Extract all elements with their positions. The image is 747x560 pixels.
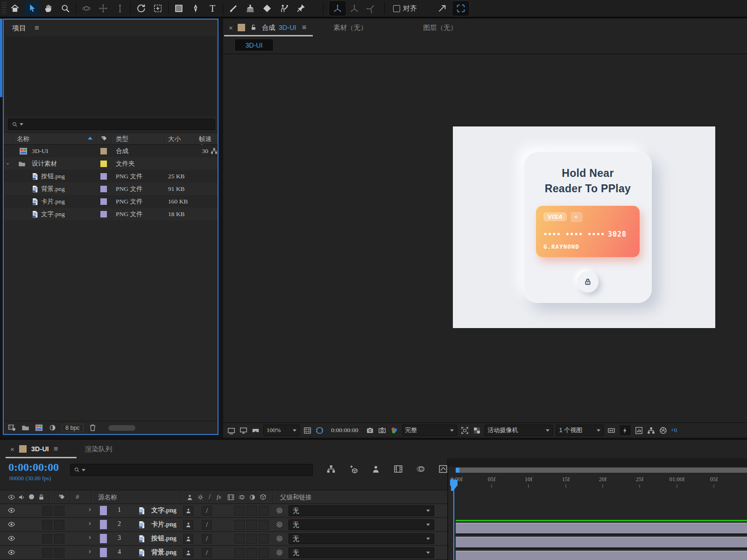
- pixel-aspect-correction-icon[interactable]: [607, 426, 616, 435]
- tab-label-color-swatch[interactable]: [238, 24, 245, 31]
- reset-exposure-icon[interactable]: [659, 426, 668, 435]
- graph-editor-icon[interactable]: [438, 464, 448, 474]
- parent-select[interactable]: 无: [289, 533, 434, 544]
- shy-switch-icon[interactable]: [186, 493, 194, 501]
- label-column-tag-icon[interactable]: [100, 135, 108, 142]
- region-of-interest-icon[interactable]: [460, 426, 469, 435]
- eye-icon[interactable]: [7, 534, 15, 542]
- align-checkbox[interactable]: [393, 5, 400, 12]
- eye-icon[interactable]: [7, 520, 15, 528]
- panel-menu-icon[interactable]: ≡: [35, 24, 39, 32]
- resolution-select[interactable]: 完整: [402, 425, 457, 436]
- camera-region-tool-button[interactable]: [149, 1, 166, 16]
- column-number[interactable]: #: [76, 493, 79, 500]
- column-type[interactable]: 类型: [116, 135, 128, 143]
- switch-box[interactable]: [42, 534, 52, 544]
- folder-expand-chevron-icon[interactable]: ›: [5, 162, 12, 164]
- layer-expand-chevron-icon[interactable]: ›: [89, 533, 91, 541]
- layer-label-swatch[interactable]: [100, 520, 107, 529]
- clone-stamp-tool-button[interactable]: [242, 1, 259, 16]
- search-options-caret-icon[interactable]: [20, 123, 23, 126]
- layer-duration-bar[interactable]: [456, 523, 747, 535]
- switch-box[interactable]: [54, 534, 64, 544]
- switch-box[interactable]: [42, 520, 52, 530]
- close-tab-icon[interactable]: ×: [10, 445, 14, 453]
- switch-box[interactable]: [247, 506, 257, 516]
- parent-pickwhip-icon[interactable]: ◎: [276, 506, 282, 514]
- label-color-swatch[interactable]: [100, 161, 107, 167]
- view-axis-mode-button[interactable]: [363, 1, 380, 16]
- label-color-swatch[interactable]: [100, 148, 107, 154]
- fit-view-button[interactable]: [452, 1, 469, 16]
- switch-box[interactable]: [259, 506, 269, 516]
- work-area-start-marker[interactable]: [451, 479, 454, 491]
- switch-box[interactable]: [259, 548, 269, 558]
- dolly-camera-tool-button[interactable]: [112, 1, 128, 16]
- frame-blend-switch-icon[interactable]: [227, 493, 235, 501]
- footage-tab[interactable]: 素材（无）: [333, 23, 367, 32]
- switch-box[interactable]: [259, 520, 269, 530]
- timeline-button-icon[interactable]: [634, 426, 643, 435]
- shy-switch[interactable]: [183, 506, 193, 516]
- viewer-timecode[interactable]: 0:00:00:00: [327, 425, 362, 436]
- mask-visibility-icon[interactable]: [315, 426, 324, 435]
- solo-icon[interactable]: [29, 494, 34, 499]
- quality-switch[interactable]: /: [202, 506, 212, 516]
- project-row-composition[interactable]: 3D-UI 合成 30: [4, 145, 218, 157]
- layer-label-swatch[interactable]: [100, 534, 107, 543]
- switch-box[interactable]: [247, 548, 257, 558]
- switch-box[interactable]: [42, 506, 52, 516]
- world-axis-mode-button[interactable]: [346, 1, 363, 16]
- render-queue-tab[interactable]: 渲染队列: [85, 445, 112, 454]
- pan-camera-tool-button[interactable]: [95, 1, 112, 16]
- orbit-camera-tool-button[interactable]: [78, 1, 95, 16]
- layer-name[interactable]: 按钮.png: [151, 534, 176, 543]
- magnification-select[interactable]: 100%: [263, 425, 300, 436]
- parent-pickwhip-icon[interactable]: ◎: [276, 548, 282, 556]
- layer-duration-bar[interactable]: [456, 537, 747, 549]
- show-snapshot-icon[interactable]: [378, 426, 387, 435]
- column-source-name[interactable]: 源名称: [98, 493, 117, 502]
- parent-select[interactable]: 无: [289, 505, 434, 516]
- quality-switch[interactable]: /: [202, 534, 212, 544]
- layer-name[interactable]: 背景.png: [151, 548, 176, 557]
- column-size[interactable]: 大小: [168, 135, 181, 143]
- switch-box[interactable]: [247, 520, 257, 530]
- toolbar-grip[interactable]: [2, 2, 7, 14]
- rotation-tool-button[interactable]: [133, 1, 149, 16]
- layer-expand-chevron-icon[interactable]: ›: [89, 505, 91, 513]
- sort-ascending-icon[interactable]: [88, 137, 92, 140]
- 3d-layer-cube-icon[interactable]: [259, 493, 267, 501]
- snapshot-camera-icon[interactable]: [366, 426, 374, 435]
- label-color-swatch[interactable]: [100, 186, 107, 192]
- panel-menu-icon[interactable]: ≡: [302, 23, 306, 32]
- transparency-grid-icon[interactable]: [472, 426, 481, 435]
- layer-expand-chevron-icon[interactable]: ›: [89, 519, 91, 527]
- trash-icon[interactable]: [88, 423, 97, 432]
- channel-rgb-icon[interactable]: [390, 426, 399, 435]
- layer-row[interactable]: › 1 文字.png / ◎ 无: [0, 504, 447, 518]
- project-row-footage[interactable]: 按钮.png PNG 文件 25 KB: [4, 170, 218, 182]
- safe-margins-grid-icon[interactable]: [303, 426, 312, 435]
- selection-tool-button[interactable]: [23, 1, 40, 16]
- hand-tool-button[interactable]: [40, 1, 57, 16]
- label-color-swatch[interactable]: [100, 198, 107, 205]
- home-tool-button[interactable]: [7, 1, 23, 16]
- playhead-line[interactable]: [453, 481, 454, 560]
- project-row-footage[interactable]: 卡片.png PNG 文件 160 KB: [4, 195, 218, 208]
- layer-tab[interactable]: 图层（无）: [423, 23, 457, 32]
- tab-label-color-swatch[interactable]: [19, 445, 27, 453]
- timeline-search-input[interactable]: [70, 464, 313, 476]
- frame-blending-icon[interactable]: [393, 464, 403, 474]
- comp-flowchart-icon[interactable]: [647, 426, 655, 435]
- fast-previews-button[interactable]: [619, 425, 631, 436]
- quality-switch[interactable]: /: [202, 520, 212, 530]
- exposure-value[interactable]: +0: [671, 427, 677, 434]
- switch-box[interactable]: [247, 534, 257, 544]
- layer-row[interactable]: › 4 背景.png / ◎ 无: [0, 546, 447, 560]
- eye-icon[interactable]: [7, 506, 15, 514]
- collapse-transformations-icon[interactable]: [197, 493, 204, 501]
- layer-duration-bar[interactable]: [456, 551, 747, 560]
- interpret-footage-icon[interactable]: [7, 423, 16, 432]
- shy-switch[interactable]: [183, 548, 193, 558]
